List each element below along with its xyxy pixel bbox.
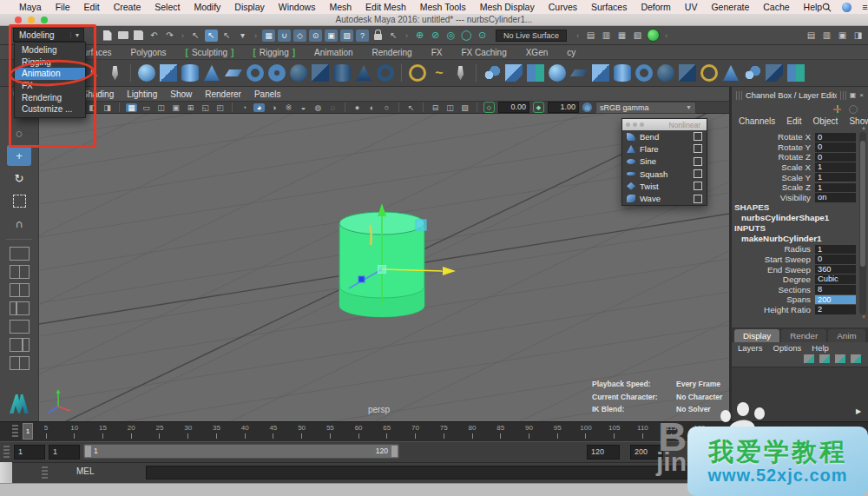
channel-attribute-row[interactable]: Start Sweep 0 [732,255,856,265]
speed-control-icon[interactable] [849,105,858,114]
menubar-item[interactable]: Edit [84,2,100,12]
attribute-value-field[interactable]: 0 [815,255,856,264]
film-gate-icon[interactable]: ▭ [141,103,152,112]
isolate-select-icon[interactable]: ○ [381,103,392,112]
mirror-geometry-shelf-icon[interactable] [527,64,544,82]
trim-shelf-icon[interactable] [679,64,696,82]
sidebar-channelbox-icon[interactable]: ◨ [852,30,865,42]
revolve-shelf-icon[interactable] [614,64,631,82]
nonlinear-menu-item[interactable]: Flare [622,142,707,155]
nonlinear-menu-item[interactable]: Sine [622,155,707,168]
menubar-item[interactable]: File [56,2,70,12]
tear-off-copy-icon[interactable]: ▨ [459,103,470,112]
grid-toggle-icon[interactable]: ▦ [126,103,137,112]
range-start-handle[interactable] [85,446,91,457]
notification-list-icon[interactable]: ≡ [862,2,867,12]
construction-history-on-icon[interactable]: ⊕ [413,30,426,42]
current-frame-marker[interactable]: 1 [23,423,33,440]
menubar-item[interactable]: Deform [641,2,670,12]
range-end-handle[interactable] [391,446,398,457]
panel-menu[interactable]: Show [170,89,192,99]
layer-editor-tab[interactable]: Display [734,329,779,342]
panel-menu[interactable]: Renderer [205,89,241,99]
layer-editor-menu[interactable]: Help [812,343,829,353]
command-line-grip[interactable] [42,466,48,479]
plane-handle[interactable] [416,220,426,230]
attribute-value-field[interactable]: on [815,193,856,202]
smooth-shading-icon[interactable]: ◕ [253,103,265,112]
shelf-tab[interactable]: Rigging [243,46,305,59]
shape-node-name[interactable]: nurbsCylinderShape1 [732,213,856,223]
select-hierarchy-icon[interactable]: ↖ [189,30,202,42]
attach-curve-shelf-icon[interactable] [700,64,718,82]
shelf-tab[interactable]: cy [557,46,585,59]
timeline-grip[interactable] [12,425,18,437]
dark-plane-shelf-icon[interactable] [570,64,588,82]
attribute-value-field[interactable]: 200 [815,295,856,305]
use-all-lights-icon[interactable]: ※ [283,103,294,112]
search-icon[interactable] [822,3,832,12]
birail-shelf-icon[interactable] [722,64,740,82]
channel-attribute-row[interactable]: Scale X 1 [732,162,856,173]
gate-mask-icon[interactable]: ▣ [170,103,181,112]
select-component-icon[interactable]: ↖ [220,30,233,42]
menu-set-option[interactable]: Rendering [15,92,85,104]
attribute-value-field[interactable]: 1 [815,183,856,193]
channel-box-menu[interactable]: Edit [786,116,801,126]
safe-action-icon[interactable]: ◱ [200,103,211,112]
detach-shelf-icon[interactable] [766,64,783,82]
gamma-icon[interactable]: ◆ [533,102,544,113]
dark-torus-shelf-icon[interactable] [377,64,394,82]
menubar-item[interactable]: Generate [711,2,749,12]
menubar-item[interactable]: Mesh Display [480,2,535,12]
command-language-toggle[interactable]: MEL [76,466,95,476]
close-icon[interactable]: × [859,91,864,99]
nonlinear-menu-item[interactable]: Wave [622,192,707,204]
panel-grip[interactable] [736,91,742,100]
layer-editor-menu[interactable]: Options [773,343,802,353]
command-input-field[interactable] [146,466,700,479]
new-scene-icon[interactable] [101,30,114,42]
sphere-shelf-icon[interactable] [138,64,155,82]
option-box-icon[interactable] [694,144,702,153]
scroll-down-icon[interactable]: ▼ [861,314,866,320]
menubar-item[interactable]: UV [685,2,698,12]
menu-set-selector[interactable]: Modeling ▼ [13,28,84,42]
undo-icon[interactable]: ↶ [148,30,161,42]
xray-icon[interactable]: ● [352,103,363,112]
render-current-frame-icon[interactable] [647,30,660,42]
extrude-shelf-icon[interactable] [592,64,609,82]
manipulator-axis-icon[interactable] [833,105,841,113]
panel-menu[interactable]: Panels [254,89,281,99]
scale-tool-button[interactable] [7,190,31,211]
motion-blur-icon[interactable]: ◌ [327,103,339,112]
render-view-icon[interactable]: ▦ [615,30,628,42]
minimize-window-button[interactable] [28,17,35,23]
new-layer-from-selected-icon[interactable] [819,354,830,363]
save-scene-icon[interactable] [132,30,145,42]
attribute-value-field[interactable]: Cubic [815,274,856,284]
shelf-tab[interactable]: FX Caching [451,46,516,59]
menu-set-option[interactable]: Customize ... [15,103,85,116]
shelf-tab[interactable]: Sculpting [176,46,244,59]
move-tool-button[interactable]: + [7,145,31,166]
lasso-tool-button[interactable]: ◌ [7,122,31,143]
layout-stacked-pane-button[interactable] [10,320,30,334]
attribute-value-field[interactable]: 1 [815,245,856,255]
wireframe-shading-icon[interactable]: ◔ [239,103,250,112]
sidebar-tool-settings-icon[interactable]: ▣ [836,30,849,42]
shelf-tab[interactable]: FX [422,46,452,59]
option-box-icon[interactable] [694,169,702,178]
menubar-item[interactable]: Cache [763,2,789,12]
snap-to-grid-icon[interactable]: ▦ [262,30,275,42]
menubar-item[interactable]: Maya [19,2,42,12]
align-surface-shelf-icon[interactable] [744,64,761,82]
menubar-item[interactable]: Select [155,2,180,12]
center-handle[interactable] [378,266,386,274]
ambient-occlusion-icon[interactable]: ◍ [312,103,324,112]
shelf-tab[interactable]: Rendering [363,46,422,59]
exposure-icon[interactable]: ◇ [483,102,495,113]
channel-attribute-row[interactable]: Scale Z 1 [732,182,856,193]
zoom-window-button[interactable] [41,17,48,23]
separate-panel-icon[interactable]: ⊟ [430,103,441,112]
